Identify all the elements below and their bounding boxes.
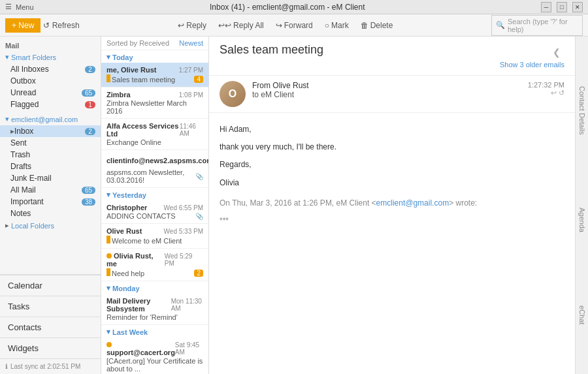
reply-all-button[interactable]: ↩↩ Reply All [213,19,269,32]
sidebar-item-all-inboxes[interactable]: All Inboxes 2 [0,63,101,75]
email-item[interactable]: Olive Rust Wed 5:33 PM Welcome to eM Cli… [101,224,208,249]
email-from: Christopher Wed 6:55 PM [106,204,203,211]
email-item[interactable]: Mail Delivery Subsystem Mon 11:30 AM Rem… [101,294,208,325]
group-monday-expand-icon [106,284,110,292]
email-list: Sorted by Received Newest Today me, Oliv… [101,37,209,374]
reply-email-link[interactable]: emclient@gmail.com [376,198,449,208]
email-timestamp: 1:27:32 PM [528,81,564,89]
sidebar: Mail Smart Folders All Inboxes 2 Outbox … [0,37,101,374]
email-view-header: Sales team meeting ❮ Show 3 older emails [209,37,575,76]
sidebar-item-notes[interactable]: Notes [0,208,101,219]
email-item[interactable]: me, Olive Rust 1:27 PM Sales team meetin… [101,63,208,87]
agenda-button[interactable]: Agenda [577,202,587,238]
sidebar-item-flagged[interactable]: Flagged 1 [0,99,101,110]
attachment-icon: 📎 [195,213,203,220]
email-item[interactable]: Zimbra 1:08 PM Zimbra Newsletter March 2… [101,87,208,119]
email-meta: O From Olive Rust to eM Client 1:27:32 P… [209,76,575,113]
sidebar-item-inbox[interactable]: Inbox 2 [0,125,101,137]
email-actions-icons: ↩ ↺ [528,89,564,97]
group-monday[interactable]: Monday [101,281,208,294]
email-subject: Exchange Online [106,138,203,146]
order-label[interactable]: Newest [179,39,203,47]
mail-header: Mail [0,39,101,51]
sidebar-item-junk[interactable]: Junk E-mail [0,172,101,184]
email-item[interactable]: Olivia Rust, me Wed 5:29 PM Need help 2 [101,249,208,281]
reply-button[interactable]: ↩ Reply [172,19,212,32]
new-button[interactable]: + New [5,18,41,33]
contact-details-button[interactable]: Contact Details [577,81,587,140]
sidebar-item-drafts[interactable]: Drafts [0,161,101,172]
email-from: Zimbra 1:08 PM [106,91,203,99]
email-subject: Zimbra Newsletter March 2016 [106,99,203,115]
email-count-badge: 4 [194,76,203,83]
email-item[interactable]: Alfa Access Services Ltd 11:46 AM Exchan… [101,119,208,150]
group-last-week[interactable]: Last Week [101,325,208,337]
sidebar-item-outbox[interactable]: Outbox [0,75,101,87]
email-item[interactable]: clientinfo@news2.aspsms.com 1:23 AM asps… [101,150,208,188]
email-subject: Reminder for 'Remind' [106,313,203,321]
sidebar-item-trash[interactable]: Trash [0,149,101,161]
sidebar-item-important[interactable]: Important 38 [0,196,101,208]
tag-icon [106,268,110,276]
mark-button[interactable]: ○ Mark [319,19,354,32]
menu-icon[interactable]: ☰ [5,3,12,11]
search-box[interactable]: 🔍 Search (type '?' for help) [491,15,583,36]
email-to-line: to eM Client [252,90,521,99]
inbox-badge: 2 [85,128,95,135]
smart-folders-expand-icon [5,53,9,61]
forward-icon: ↪ [276,21,282,30]
sidebar-nav-contacts[interactable]: Contacts [0,317,101,337]
sidebar-nav-tasks[interactable]: Tasks [0,296,101,317]
email-quote-header: On Thu, Mar 3, 2016 at 1:26 PM, eM Clien… [220,197,564,210]
collapse-button[interactable]: ❮ [549,46,564,59]
email-subject: Welcome to eM Client [106,236,203,245]
email-body-regards: Regards, [220,159,564,171]
sync-icon: ℹ [5,363,8,370]
email-item[interactable]: Christopher Wed 6:55 PM ADDING CONTACTS … [101,200,208,224]
smart-folders-group[interactable]: Smart Folders [0,51,101,63]
unread-dot-icon [106,342,112,347]
sidebar-nav: Calendar Tasks Contacts Widgets ℹ Last s… [0,274,101,374]
email-from: Mail Delivery Subsystem Mon 11:30 AM [106,297,203,313]
email-subject: [CAcert.org] Your Certificate is about t… [106,357,203,373]
email-from-line: From Olive Rust [252,81,521,90]
email-quote: On Thu, Mar 3, 2016 at 1:26 PM, eM Clien… [220,197,564,227]
email-body-signature: Olivia [220,177,564,189]
email-view: Sales team meeting ❮ Show 3 older emails… [209,37,575,374]
delete-button[interactable]: 🗑 Delete [355,19,399,32]
email-item[interactable]: support@cacert.org Sat 9:45 AM [CAcert.o… [101,337,208,374]
right-sidebar: Contact Details Agenda eChat [575,37,588,374]
chat-button[interactable]: eChat [577,300,587,330]
group-yesterday[interactable]: Yesterday [101,188,208,200]
forward-button[interactable]: ↪ Forward [270,19,318,32]
email-from: clientinfo@news2.aspsms.com 1:23 AM [106,153,203,168]
sidebar-nav-widgets[interactable]: Widgets [0,337,101,358]
show-older-button[interactable]: Show 3 older emails [220,61,564,69]
local-folders-group[interactable]: Local Folders [0,219,101,232]
sidebar-item-sent[interactable]: Sent [0,137,101,149]
sidebar-item-unread[interactable]: Unread 65 [0,87,101,99]
all-inboxes-badge: 2 [85,66,95,73]
sort-label: Sorted by Received [106,39,169,47]
delete-icon: 🗑 [361,21,368,30]
minimize-button[interactable]: ─ [541,2,551,12]
email-subject: ADDING CONTACTS 📎 [106,212,203,220]
title-bar: ☰ Menu Inbox (41) - emclient@gmail.com -… [0,0,588,14]
account-group[interactable]: emclient@gmail.com [0,113,101,125]
sidebar-nav-calendar[interactable]: Calendar [0,275,101,296]
attachment-icon: 📎 [195,173,203,180]
sidebar-item-all-mail[interactable]: All Mail 65 [0,184,101,196]
email-from: Olivia Rust, me Wed 5:29 PM [106,252,203,268]
menu-label: Menu [16,3,34,11]
maximize-button[interactable]: □ [557,2,567,12]
group-today[interactable]: Today [101,50,208,63]
email-timestamp-container: 1:27:32 PM ↩ ↺ [528,81,564,97]
tag-orange-icon [106,74,110,82]
sender-avatar: O [220,81,246,107]
close-button[interactable]: ✕ [572,2,583,12]
email-quote-body: *** [220,215,564,227]
mark-icon: ○ [325,21,329,30]
group-last-week-expand-icon [106,328,110,336]
group-today-expand-icon [106,53,110,61]
refresh-button[interactable]: ↺ Refresh [43,21,79,30]
